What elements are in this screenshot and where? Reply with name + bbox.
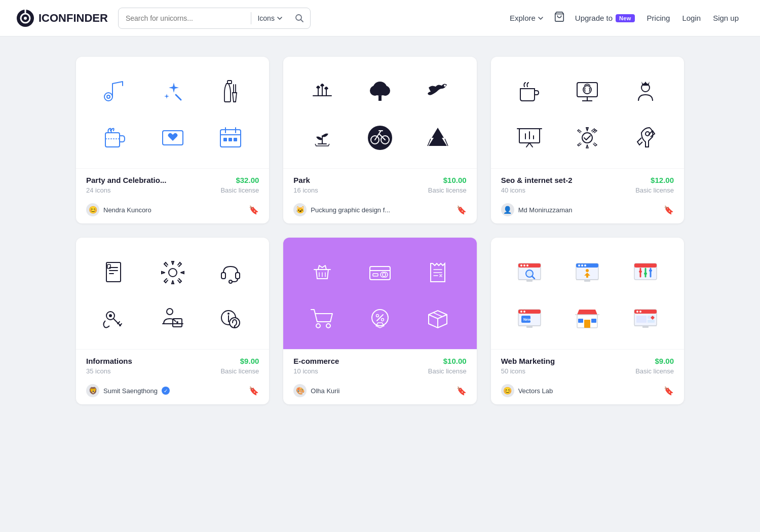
svg-point-53 — [167, 309, 173, 315]
bookmark-icon[interactable]: 🔖 — [664, 205, 674, 215]
author-info[interactable]: 😊 Nendra Kuncoro — [86, 203, 151, 216]
card-party[interactable]: Party and Celebratio... $32.00 24 icons … — [76, 57, 269, 223]
signup-label: Sign up — [713, 14, 739, 22]
svg-rect-104 — [649, 270, 652, 272]
bookmark-icon[interactable]: 🔖 — [249, 205, 259, 215]
card-icons-party — [76, 57, 269, 168]
card-count: 40 icons — [501, 186, 525, 194]
icon-cell — [511, 120, 548, 156]
search-type-dropdown[interactable]: Icons — [251, 14, 288, 22]
svg-rect-124 — [648, 320, 655, 323]
bookmark-icon[interactable]: 🔖 — [249, 386, 259, 396]
svg-rect-116 — [591, 319, 596, 323]
svg-rect-25 — [378, 96, 382, 101]
card-author-webmarketing: 😊 Vectors Lab 🔖 — [491, 379, 684, 404]
card-license: Basic license — [428, 186, 467, 194]
svg-point-52 — [109, 314, 112, 317]
author-name: Md Moniruzzaman — [518, 206, 573, 214]
author-name: Vectors Lab — [518, 387, 553, 395]
svg-point-83 — [523, 264, 525, 267]
card-meta-webmarketing: Web Marketing $9.00 50 icons Basic licen… — [491, 349, 684, 379]
icon-cell — [627, 300, 664, 337]
card-icons-ecommerce — [283, 238, 476, 349]
icon-cell — [627, 120, 664, 156]
signup-nav[interactable]: Sign up — [708, 11, 744, 25]
svg-point-73 — [316, 324, 320, 328]
icon-cell — [155, 300, 191, 337]
svg-point-47 — [169, 269, 177, 277]
avatar: 🎨 — [293, 384, 307, 397]
icon-cell — [304, 254, 340, 291]
icon-cell — [96, 73, 133, 110]
search-input[interactable] — [119, 14, 251, 22]
logo[interactable]: ICONFINDER — [16, 9, 108, 27]
avatar: 🦁 — [86, 384, 99, 397]
svg-point-84 — [526, 264, 528, 267]
card-park[interactable]: Park $10.00 16 icons Basic license 🐱 Puc… — [283, 57, 476, 223]
card-ecommerce[interactable]: E-commerce $10.00 10 icons Basic license… — [283, 238, 476, 404]
explore-nav[interactable]: Explore — [505, 11, 549, 25]
card-webmarketing[interactable]: New — [491, 238, 684, 404]
bookmark-icon[interactable]: 🔖 — [664, 386, 674, 396]
svg-point-82 — [520, 264, 522, 267]
svg-rect-20 — [234, 138, 237, 141]
svg-line-9 — [176, 95, 181, 100]
search-button[interactable] — [289, 14, 310, 23]
author-name: Nendra Kuncoro — [103, 206, 151, 214]
card-author-ecommerce: 🎨 Olha Kurii 🔖 — [283, 379, 476, 404]
svg-rect-49 — [236, 273, 240, 279]
search-bar: Icons — [118, 8, 311, 29]
card-informations[interactable]: Informations $9.00 35 icons Basic licens… — [76, 238, 269, 404]
card-icons-webmarketing: New — [491, 238, 684, 349]
card-author-party: 😊 Nendra Kuncoro 🔖 — [76, 198, 269, 223]
card-meta-informations: Informations $9.00 35 icons Basic licens… — [76, 349, 269, 379]
svg-line-37 — [526, 143, 529, 147]
bookmark-icon[interactable]: 🔖 — [457, 205, 467, 215]
svg-point-23 — [370, 86, 380, 96]
author-info[interactable]: 🐱 Puckung graphic design f... — [293, 203, 390, 216]
card-price: $9.00 — [240, 357, 259, 365]
card-price: $12.00 — [651, 176, 674, 184]
card-author-informations: 🦁 Sumit Saengthong ✓ 🔖 — [76, 379, 269, 404]
svg-point-2 — [24, 17, 27, 20]
explore-label: Explore — [510, 14, 536, 22]
author-info[interactable]: 👤 Md Moniruzzaman — [501, 203, 573, 216]
author-info[interactable]: 😊 Vectors Lab — [501, 384, 553, 397]
icon-cell — [511, 73, 548, 110]
icon-cell — [212, 73, 249, 110]
pricing-nav[interactable]: Pricing — [642, 11, 675, 25]
author-info[interactable]: 🎨 Olha Kurii — [293, 384, 339, 397]
svg-point-8 — [107, 95, 110, 98]
icon-cell — [155, 73, 191, 110]
card-title: Seo & internet set-2 — [501, 176, 573, 184]
card-seo[interactable]: Seo & internet set-2 $12.00 40 icons Bas… — [491, 57, 684, 223]
card-count: 35 icons — [86, 367, 110, 375]
svg-rect-88 — [526, 280, 533, 282]
chevron-down-icon — [277, 15, 283, 21]
author-info[interactable]: 🦁 Sumit Saengthong ✓ — [86, 384, 170, 397]
nav-links: Explore Upgrade to New Pricing Login Sig… — [505, 8, 744, 28]
card-icons-informations — [76, 238, 269, 349]
icon-cell — [569, 120, 605, 156]
icon-cell — [627, 254, 664, 291]
icon-cell — [155, 254, 191, 291]
upgrade-button[interactable]: Upgrade to New — [570, 11, 640, 25]
login-nav[interactable]: Login — [677, 11, 706, 25]
card-count: 50 icons — [501, 367, 525, 375]
search-icon — [295, 14, 304, 23]
svg-point-7 — [104, 93, 112, 101]
bookmark-icon[interactable]: 🔖 — [457, 386, 467, 396]
logo-icon — [16, 9, 34, 27]
icon-cell — [96, 120, 133, 156]
card-price: $9.00 — [655, 357, 674, 365]
svg-point-92 — [581, 264, 583, 267]
svg-rect-103 — [644, 273, 647, 275]
svg-rect-112 — [526, 326, 533, 328]
icon-cell — [569, 254, 605, 291]
svg-rect-126 — [642, 326, 649, 328]
cart-button[interactable] — [551, 8, 568, 28]
svg-point-77 — [381, 318, 384, 321]
svg-point-108 — [523, 311, 525, 313]
svg-point-59 — [227, 313, 230, 315]
svg-rect-114 — [584, 320, 590, 328]
